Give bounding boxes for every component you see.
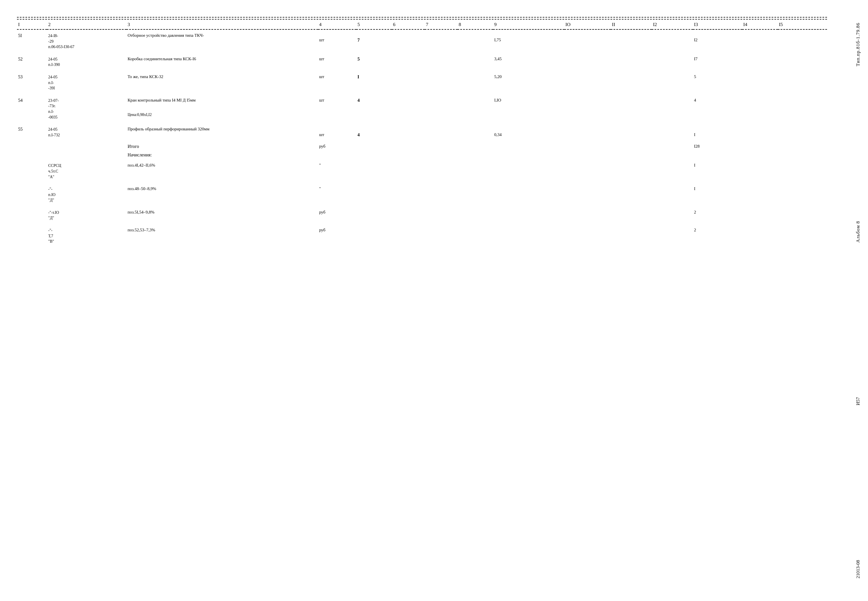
table-row: 5I 24-I8- -29 п.06-053-I30-67 Отборное у… — [17, 29, 827, 51]
col-header-6: 6 — [392, 20, 425, 29]
row-col9: 0,34 — [493, 121, 564, 139]
col-header-11: II — [611, 20, 652, 29]
row-ref: 24-I8- -29 п.06-053-I30-67 — [47, 29, 126, 51]
row-col13: 2 — [693, 222, 742, 246]
side-label-title: Тип.пр.81б-1.79.86 — [855, 23, 861, 66]
row-desc-itogo: Итого — [126, 139, 318, 150]
header-row: I 2 3 4 5 6 7 8 9 IO II I2 I3 I4 I5 — [17, 20, 827, 29]
row-col9: 3,45 — [493, 51, 564, 69]
col-header-2: 2 — [47, 20, 126, 29]
row-unit: шт — [318, 51, 356, 69]
row-ref: 24-05 п.I-390 — [47, 51, 126, 69]
row-col13: 2 — [693, 204, 742, 222]
row-num: 53 — [17, 69, 47, 92]
col-header-7: 7 — [425, 20, 457, 29]
row-col13: I2 — [693, 29, 742, 51]
row-ref: 23-07- -73г. п.I- -0035 — [47, 92, 126, 121]
row-ref: 24-05 п.I- -39I — [47, 69, 126, 92]
row-col9: 5,20 — [493, 69, 564, 92]
row-unit: руб — [318, 139, 356, 150]
col-header-10: IO — [564, 20, 611, 29]
table-row: -"- п.IO "Д" поз.48–50–8,9% " I — [17, 181, 827, 204]
row-unit: шт — [318, 92, 356, 121]
side-labels: Тип.пр.81б-1.79.86 Альбом 8 И57 21013-08 — [850, 0, 866, 601]
row-desc: Кран контрольный типа I4 МI Д I5мм Цена:… — [126, 92, 318, 121]
row-unit: шт — [318, 29, 356, 51]
col-header-13: I3 — [693, 20, 742, 29]
col-header-5: 5 — [356, 20, 392, 29]
table-row: ССРСЦ ч.5т.С "А" поз.4I,42–II,6% " I — [17, 159, 827, 181]
col-header-15: I5 — [778, 20, 827, 29]
row-unit: руб — [318, 204, 356, 222]
row-col5: 4 — [356, 92, 392, 121]
row-desc-nacisleniya: Начисления: — [126, 150, 318, 159]
row-num: 5I — [17, 29, 47, 51]
row-col9: I,IO — [493, 92, 564, 121]
table-row: 53 24-05 п.I- -39I То же, типа КСК-32 шт… — [17, 69, 827, 92]
table-row: Итого руб I28 — [17, 139, 827, 150]
row-desc: То же, типа КСК-32 — [126, 69, 318, 92]
row-ref: -"- Т,7 "В" — [47, 222, 126, 246]
page: Тип.пр.81б-1.79.86 Альбом 8 И57 21013-08 — [0, 0, 868, 601]
row-ref: ССРСЦ ч.5т.С "А" — [47, 159, 126, 181]
col-header-9: 9 — [493, 20, 564, 29]
row-col13: 4 — [693, 92, 742, 121]
row-desc: Коробка соединительная типа КСК-I6 — [126, 51, 318, 69]
row-ref: 24-05 п.I-732 — [47, 121, 126, 139]
row-col13: 5 — [693, 69, 742, 92]
row-ref: -"- п.IO "Д" — [47, 181, 126, 204]
row-desc: Профиль образный перфорированный 320мм — [126, 121, 318, 139]
row-col5: I — [356, 69, 392, 92]
col-header-1: I — [17, 20, 47, 29]
col-header-14: I4 — [742, 20, 778, 29]
row-col5: 5 — [356, 51, 392, 69]
row-num: 52 — [17, 51, 47, 69]
row-col13: I — [693, 159, 742, 181]
row-unit: шт — [318, 121, 356, 139]
row-desc: поз.5I,54–9,8% — [126, 204, 318, 222]
row-col9: I,75 — [493, 29, 564, 51]
row-col13: I7 — [693, 51, 742, 69]
row-desc: поз.48–50–8,9% — [126, 181, 318, 204]
col-header-4: 4 — [318, 20, 356, 29]
row-num: 55 — [17, 121, 47, 139]
side-label-album: Альбом 8 — [855, 221, 861, 243]
side-label-page: И57 — [855, 397, 861, 405]
row-unit: шт — [318, 69, 356, 92]
table-row: 55 24-05 п.I-732 Профиль образный перфор… — [17, 121, 827, 139]
table-row: 52 24-05 п.I-390 Коробка соединительная … — [17, 51, 827, 69]
row-desc: Отборное устройство давления типа ТКЧ- — [126, 29, 318, 51]
row-unit: руб — [318, 222, 356, 246]
row-desc: поз.4I,42–II,6% — [126, 159, 318, 181]
col-header-3: 3 — [126, 20, 318, 29]
row-num: 54 — [17, 92, 47, 121]
row-desc: поз.52,53–7,3% — [126, 222, 318, 246]
col-header-12: I2 — [652, 20, 693, 29]
table-row: -"- Т,7 "В" поз.52,53–7,3% руб 2 — [17, 222, 827, 246]
row-unit: " — [318, 181, 356, 204]
table-row: Начисления: — [17, 150, 827, 159]
table-row: 54 23-07- -73г. п.I- -0035 Кран контроль… — [17, 92, 827, 121]
row-col5: 4 — [356, 121, 392, 139]
table-row: -"-т.IO "Д" поз.5I,54–9,8% руб 2 — [17, 204, 827, 222]
row-unit: " — [318, 159, 356, 181]
row-ref: -"-т.IO "Д" — [47, 204, 126, 222]
col-header-8: 8 — [457, 20, 493, 29]
row-col5: 7 — [356, 29, 392, 51]
row-col13: I — [693, 181, 742, 204]
side-label-doc: 21013-08 — [855, 560, 861, 578]
row-col13: I — [693, 121, 742, 139]
row-col13-itogo: I28 — [693, 139, 742, 150]
